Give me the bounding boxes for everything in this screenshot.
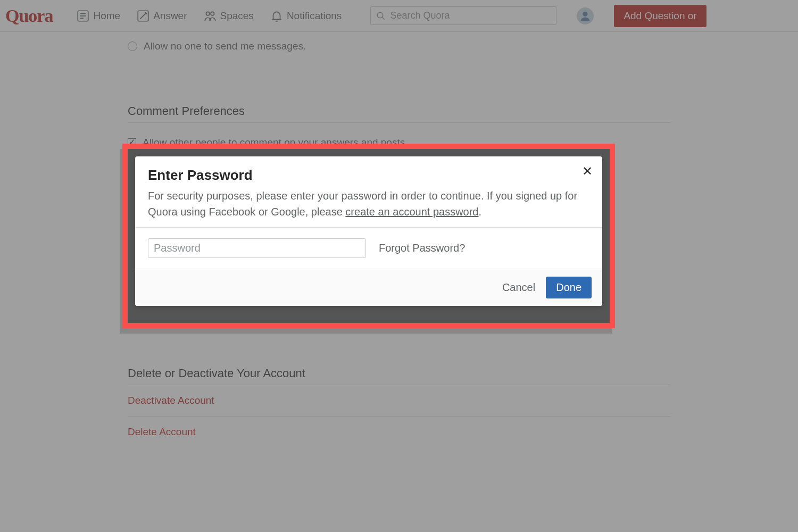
password-modal: Enter Password For security purposes, pl… <box>135 156 602 306</box>
forgot-password-link[interactable]: Forgot Password? <box>379 242 465 254</box>
password-input[interactable] <box>148 238 366 258</box>
modal-title: Enter Password <box>148 167 589 184</box>
annotation-highlight: Enter Password For security purposes, pl… <box>122 144 615 328</box>
close-icon[interactable]: ✕ <box>582 164 593 179</box>
create-password-link[interactable]: create an account password <box>345 206 478 218</box>
cancel-button[interactable]: Cancel <box>502 281 535 294</box>
done-button[interactable]: Done <box>546 277 592 298</box>
modal-description: For security purposes, please enter your… <box>148 188 589 220</box>
modal-desc-text-b: . <box>479 206 482 218</box>
